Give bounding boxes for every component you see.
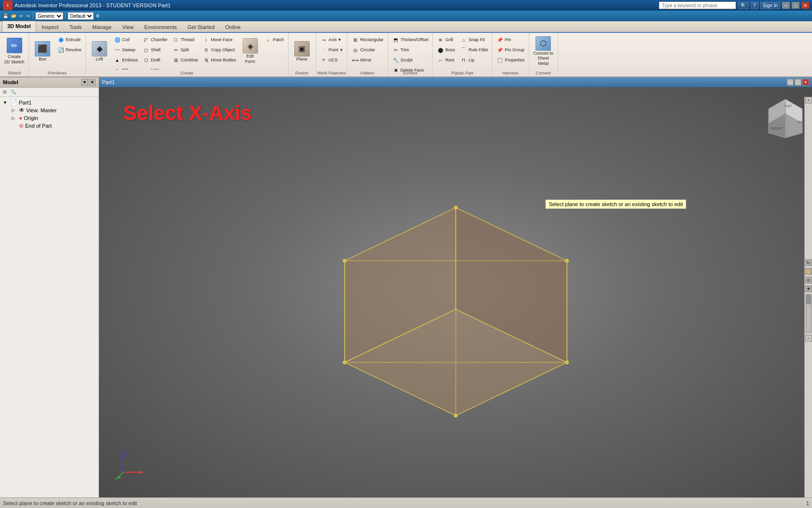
sculpt-button[interactable]: 🔧Sculpt bbox=[390, 55, 431, 65]
create-col4: ↕Move Face ⎘Copy Object ⇅Move Bodies bbox=[201, 35, 238, 65]
edit-form-button[interactable]: ◈ EditForm bbox=[239, 35, 262, 68]
part1-expand[interactable]: ▼ bbox=[3, 100, 9, 105]
circular-button[interactable]: ◎Circular bbox=[349, 45, 386, 55]
orbit-btn[interactable]: ⊙ bbox=[805, 277, 812, 284]
default-dropdown[interactable]: Default bbox=[68, 12, 94, 20]
tab-tools[interactable]: Tools bbox=[64, 22, 87, 32]
tab-manage[interactable]: Manage bbox=[87, 22, 117, 32]
snap-fit-button[interactable]: ⌂Snap Fit bbox=[458, 35, 490, 45]
vp-close[interactable]: ✕ bbox=[802, 79, 809, 86]
properties-button[interactable]: 📋Properties bbox=[494, 55, 526, 65]
qat-redo[interactable]: ↪ bbox=[25, 13, 31, 19]
rotate-btn[interactable]: ↻ bbox=[805, 259, 812, 266]
sidebar-close-btn[interactable]: ✕ bbox=[89, 79, 96, 86]
tab-get-started[interactable]: Get Started bbox=[182, 22, 220, 32]
tab-view[interactable]: View bbox=[117, 22, 139, 32]
convert-label: Convert toSheet Metal bbox=[533, 51, 553, 66]
rectangular-button[interactable]: ⊞Rectangular bbox=[349, 35, 386, 45]
hole-label: Hole bbox=[151, 68, 160, 70]
origin-expand[interactable]: ▷ bbox=[12, 116, 17, 120]
tab-online[interactable]: Online bbox=[220, 22, 246, 32]
rib-button[interactable]: ≡Rib bbox=[112, 65, 140, 70]
sketch-group-label: Sketch bbox=[8, 71, 21, 75]
tab-3d-model[interactable]: 3D Model bbox=[2, 21, 36, 32]
close-button[interactable]: ✕ bbox=[801, 2, 809, 9]
patch-icon: ⬦ bbox=[264, 36, 272, 44]
sweep-button[interactable]: 〰Sweep bbox=[112, 45, 140, 55]
pin-group-button[interactable]: 📌Pin Group bbox=[494, 45, 526, 55]
main-layout: Model ▼ ✕ ⊟ 🔍 ▼ 📄 Part1 ▷ 👁 View: Master bbox=[0, 77, 812, 497]
tree-item-end-of-part[interactable]: ⊗ End of Part bbox=[11, 122, 97, 130]
tree-children: ▷ 👁 View: Master ▷ ● Origin ⊗ End of Par… bbox=[2, 106, 97, 130]
look-btn[interactable]: 👁 bbox=[805, 285, 812, 292]
qat-undo[interactable]: ↩ bbox=[18, 13, 24, 19]
move-bodies-button[interactable]: ⇅Move Bodies bbox=[201, 55, 238, 65]
rest-button[interactable]: ⌐Rest bbox=[435, 55, 457, 65]
qat-settings[interactable]: ⚙ bbox=[95, 13, 101, 19]
view-cube[interactable]: TOP RIGHT FRONT bbox=[764, 97, 807, 140]
signin-button[interactable]: Sign In bbox=[760, 2, 780, 9]
qat-save[interactable]: 💾 bbox=[2, 13, 9, 19]
pin-button[interactable]: 📌Pin bbox=[494, 35, 526, 45]
tab-inspect[interactable]: Inspect bbox=[36, 22, 64, 32]
loft-button[interactable]: ◆ Loft bbox=[88, 35, 111, 68]
thread-button[interactable]: ⎔Thread bbox=[170, 35, 200, 45]
grill-button[interactable]: ≋Grill bbox=[435, 35, 457, 45]
plane-button[interactable]: ▣ Plane bbox=[290, 35, 314, 68]
help-button[interactable]: ? bbox=[751, 2, 758, 9]
qat-open[interactable]: 📂 bbox=[10, 13, 17, 19]
zoom-out-btn[interactable]: − bbox=[805, 335, 812, 342]
boss-button[interactable]: ⬤Boss bbox=[435, 45, 457, 55]
trim-label: Trim bbox=[401, 47, 409, 52]
mirror-button[interactable]: ⟺Mirror bbox=[349, 55, 386, 65]
harness-col: 📌Pin 📌Pin Group 📋Properties bbox=[494, 35, 526, 65]
zoom-in-btn[interactable]: + bbox=[805, 97, 812, 104]
copy-object-button[interactable]: ⎘Copy Object bbox=[201, 45, 238, 55]
search-button[interactable]: 🔍 bbox=[738, 2, 749, 9]
tree-item-part1[interactable]: ▼ 📄 Part1 bbox=[2, 99, 97, 106]
draft-button[interactable]: ⬡Draft bbox=[140, 55, 170, 65]
convert-to-sheet-metal-button[interactable]: ⬡ Convert toSheet Metal bbox=[532, 35, 555, 68]
create-2d-sketch-button[interactable]: ✏ Create2D Sketch bbox=[3, 35, 26, 68]
copy-object-label: Copy Object bbox=[211, 47, 235, 52]
extrude-button[interactable]: 🔷 Extrude bbox=[55, 35, 84, 45]
pan-btn[interactable]: ✋ bbox=[805, 268, 812, 275]
thicken-offset-button[interactable]: ⬒Thicken/Offset bbox=[390, 35, 431, 45]
tab-environments[interactable]: Environments bbox=[139, 22, 182, 32]
tree-item-view-master[interactable]: ▷ 👁 View: Master bbox=[11, 106, 97, 114]
trim-button[interactable]: ✂Trim bbox=[390, 45, 431, 55]
sidebar-search-icon[interactable]: 🔍 bbox=[10, 89, 17, 95]
move-face-button[interactable]: ↕Move Face bbox=[201, 35, 238, 45]
view-expand[interactable]: ▷ bbox=[12, 108, 17, 113]
revolve-button[interactable]: 🔄 Revolve bbox=[55, 45, 84, 55]
tree-item-origin[interactable]: ▷ ● Origin bbox=[11, 114, 97, 122]
vp-maximize[interactable]: □ bbox=[795, 79, 801, 86]
minimize-button[interactable]: ─ bbox=[782, 2, 790, 9]
circular-icon: ◎ bbox=[351, 46, 359, 54]
eop-icon: ⊗ bbox=[19, 122, 24, 129]
maximize-button[interactable]: □ bbox=[792, 2, 799, 9]
chamfer-button[interactable]: ◸Chamfer bbox=[140, 35, 170, 45]
lip-label: Lip bbox=[468, 58, 474, 62]
ucs-button[interactable]: ⌖UCS bbox=[318, 55, 345, 65]
vp-minimize[interactable]: ─ bbox=[787, 79, 794, 86]
sidebar-filter-btn[interactable]: ▼ bbox=[81, 79, 88, 86]
emboss-button[interactable]: ▲Emboss bbox=[112, 55, 140, 65]
viewport[interactable]: Part1 ─ □ ✕ Select X-Axis bbox=[99, 77, 812, 497]
lip-button[interactable]: ⊓Lip bbox=[458, 55, 490, 65]
generic-dropdown[interactable]: Generic bbox=[35, 12, 63, 20]
split-button[interactable]: ✂Split bbox=[170, 45, 200, 55]
rule-fillet-button[interactable]: ⌒Rule Fillet bbox=[458, 45, 490, 55]
shell-button[interactable]: ◻Shell bbox=[140, 45, 170, 55]
sidebar-filter-icon[interactable]: ⊟ bbox=[2, 89, 8, 95]
box-button[interactable]: ⬛ Box bbox=[31, 35, 54, 68]
coil-button[interactable]: 🌀Coil bbox=[112, 35, 140, 45]
patch-button[interactable]: ⬦Patch bbox=[262, 35, 286, 45]
extrude-label: Extrude bbox=[66, 37, 81, 42]
combine-button[interactable]: ⊞Combine bbox=[170, 55, 200, 65]
point-button[interactable]: ·Point ▼ bbox=[318, 45, 345, 55]
scroll-thumb[interactable] bbox=[806, 295, 811, 304]
search-input[interactable] bbox=[659, 1, 736, 9]
hole-button[interactable]: ○Hole bbox=[140, 65, 170, 70]
axis-button[interactable]: ⊸Axis ▼ bbox=[318, 35, 345, 45]
